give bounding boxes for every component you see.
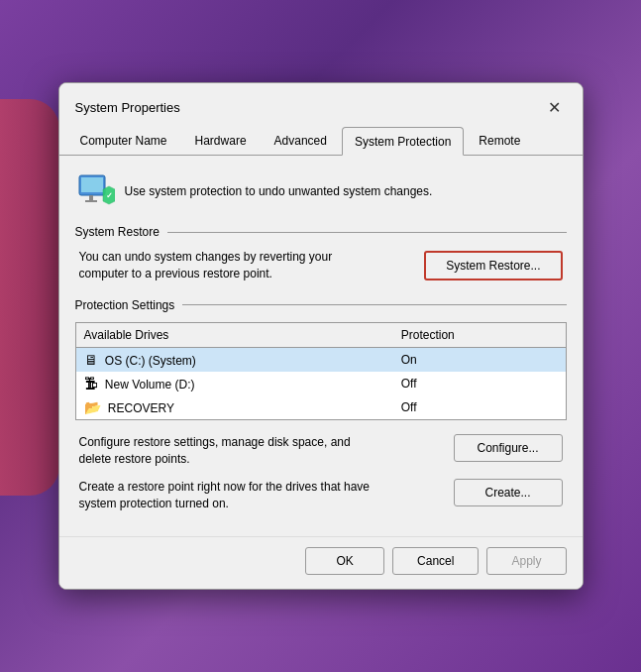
protection-settings-header: Protection Settings: [75, 298, 567, 312]
tab-remote[interactable]: Remote: [466, 127, 533, 155]
tab-hardware[interactable]: Hardware: [182, 127, 260, 155]
cancel-button[interactable]: Cancel: [392, 547, 479, 575]
configure-button[interactable]: Configure...: [454, 434, 563, 462]
svg-text:✓: ✓: [105, 191, 112, 200]
tab-advanced[interactable]: Advanced: [262, 127, 340, 155]
title-bar: System Properties ✕: [59, 83, 583, 119]
system-restore-header: System Restore: [75, 225, 567, 239]
ok-button[interactable]: OK: [305, 547, 384, 575]
os-drive-icon: 🖥: [84, 352, 98, 368]
system-restore-label: System Restore: [75, 225, 160, 239]
drive-new-volume: 🗜 New Volume (D:): [75, 372, 393, 395]
configure-text: Configure restore settings, manage disk …: [79, 434, 376, 468]
col-protection: Protection: [393, 322, 566, 347]
system-restore-description: You can undo system changes by reverting…: [79, 249, 357, 282]
new-volume-icon: 🗜: [84, 376, 98, 392]
table-row[interactable]: 🗜 New Volume (D:) Off: [75, 372, 566, 395]
configure-row: Configure restore settings, manage disk …: [75, 434, 567, 468]
tab-bar: Computer Name Hardware Advanced System P…: [59, 119, 583, 156]
recovery-icon: 📂: [84, 399, 101, 415]
protection-settings-label: Protection Settings: [75, 298, 175, 312]
drive-os: 🖥 OS (C:) (System): [75, 347, 393, 372]
create-text: Create a restore point right now for the…: [79, 479, 376, 512]
system-protection-icon: ✓: [75, 171, 115, 211]
system-restore-row: You can undo system changes by reverting…: [75, 249, 567, 282]
table-row[interactable]: 📂 RECOVERY Off: [75, 395, 566, 420]
close-button[interactable]: ✕: [543, 95, 567, 119]
protection-os: On: [393, 347, 566, 372]
tab-content: ✓ Use system protection to undo unwanted…: [59, 156, 583, 536]
protection-settings-divider: [182, 304, 566, 305]
system-properties-dialog: System Properties ✕ Computer Name Hardwa…: [58, 82, 584, 590]
protection-table: Available Drives Protection 🖥 OS (C:) (S…: [75, 322, 567, 420]
create-button[interactable]: Create...: [454, 479, 563, 506]
info-banner-text: Use system protection to undo unwanted s…: [125, 184, 433, 198]
create-row: Create a restore point right now for the…: [75, 479, 567, 512]
protection-new-volume: Off: [393, 372, 566, 395]
system-restore-button[interactable]: System Restore...: [424, 251, 562, 280]
tab-computer-name[interactable]: Computer Name: [67, 127, 180, 155]
dialog-footer: OK Cancel Apply: [59, 536, 583, 589]
svg-rect-2: [89, 195, 93, 200]
drive-recovery: 📂 RECOVERY: [75, 395, 393, 420]
tab-system-protection[interactable]: System Protection: [342, 127, 464, 156]
apply-button[interactable]: Apply: [486, 547, 566, 575]
col-available-drives: Available Drives: [75, 322, 393, 347]
system-restore-divider: [167, 232, 567, 233]
info-banner: ✓ Use system protection to undo unwanted…: [75, 171, 567, 211]
dialog-title: System Properties: [75, 100, 180, 115]
table-row[interactable]: 🖥 OS (C:) (System) On: [75, 347, 566, 372]
protection-recovery: Off: [393, 395, 566, 420]
svg-rect-1: [81, 177, 103, 192]
svg-rect-3: [85, 200, 97, 202]
